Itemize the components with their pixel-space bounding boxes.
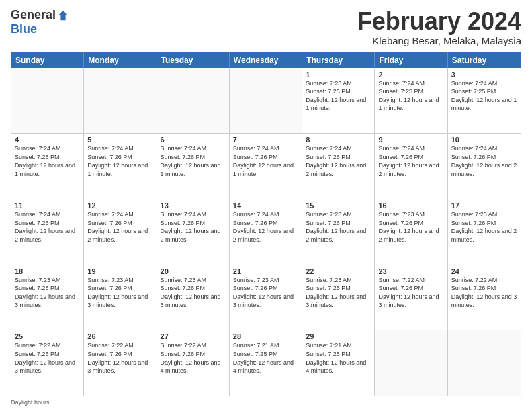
day-number: 25 xyxy=(15,332,80,340)
cal-cell: 27Sunrise: 7:22 AMSunset: 7:26 PMDayligh… xyxy=(157,330,230,396)
day-number: 20 xyxy=(161,267,226,275)
footer: Daylight hours xyxy=(11,399,521,406)
day-info: Sunrise: 7:21 AMSunset: 7:25 PMDaylight:… xyxy=(233,341,298,375)
cal-cell xyxy=(11,68,84,134)
cal-cell: 14Sunrise: 7:24 AMSunset: 7:26 PMDayligh… xyxy=(230,199,302,265)
day-info: Sunrise: 7:23 AMSunset: 7:26 PMDaylight:… xyxy=(87,276,152,310)
day-number: 2 xyxy=(378,71,443,79)
day-number: 23 xyxy=(378,267,443,275)
day-info: Sunrise: 7:21 AMSunset: 7:25 PMDaylight:… xyxy=(306,341,371,375)
calendar-row-3: 18Sunrise: 7:23 AMSunset: 7:26 PMDayligh… xyxy=(11,265,521,330)
cal-cell: 8Sunrise: 7:24 AMSunset: 7:26 PMDaylight… xyxy=(302,134,375,199)
day-number: 26 xyxy=(87,332,152,340)
day-number: 22 xyxy=(306,267,371,275)
calendar-row-1: 4Sunrise: 7:24 AMSunset: 7:25 PMDaylight… xyxy=(11,133,521,199)
header-day-monday: Monday xyxy=(84,52,157,68)
subtitle: Klebang Besar, Melaka, Malaysia xyxy=(357,35,521,46)
cal-cell: 23Sunrise: 7:22 AMSunset: 7:26 PMDayligh… xyxy=(375,265,447,330)
day-info: Sunrise: 7:24 AMSunset: 7:25 PMDaylight:… xyxy=(15,144,80,178)
cal-cell: 28Sunrise: 7:21 AMSunset: 7:25 PMDayligh… xyxy=(230,330,302,396)
cal-cell: 29Sunrise: 7:21 AMSunset: 7:25 PMDayligh… xyxy=(302,330,375,396)
day-number: 12 xyxy=(87,201,152,210)
cal-cell: 17Sunrise: 7:23 AMSunset: 7:26 PMDayligh… xyxy=(448,199,521,265)
svg-marker-0 xyxy=(58,10,68,19)
day-info: Sunrise: 7:24 AMSunset: 7:26 PMDaylight:… xyxy=(306,144,371,178)
day-number: 19 xyxy=(87,267,152,275)
cal-cell xyxy=(84,68,157,134)
cal-cell: 9Sunrise: 7:24 AMSunset: 7:26 PMDaylight… xyxy=(375,134,447,199)
cal-cell: 1Sunrise: 7:23 AMSunset: 7:25 PMDaylight… xyxy=(302,68,375,134)
day-number: 29 xyxy=(306,332,371,340)
calendar: SundayMondayTuesdayWednesdayThursdayFrid… xyxy=(11,52,521,396)
day-info: Sunrise: 7:24 AMSunset: 7:26 PMDaylight:… xyxy=(87,144,152,178)
day-info: Sunrise: 7:24 AMSunset: 7:26 PMDaylight:… xyxy=(233,210,298,244)
day-number: 10 xyxy=(451,136,517,144)
logo-blue-text: Blue xyxy=(11,22,37,36)
page: General Blue February 2024 Klebang Besar… xyxy=(0,0,532,411)
cal-cell xyxy=(375,330,447,396)
cal-cell xyxy=(448,330,521,396)
day-number: 21 xyxy=(233,267,298,275)
cal-cell: 24Sunrise: 7:22 AMSunset: 7:26 PMDayligh… xyxy=(448,265,521,330)
day-number: 15 xyxy=(306,201,371,210)
day-number: 4 xyxy=(15,136,80,144)
calendar-body: 1Sunrise: 7:23 AMSunset: 7:25 PMDaylight… xyxy=(11,68,521,396)
day-number: 18 xyxy=(15,267,80,275)
daylight-legend: Daylight hours xyxy=(11,399,50,406)
day-info: Sunrise: 7:24 AMSunset: 7:26 PMDaylight:… xyxy=(161,210,226,244)
cal-cell: 10Sunrise: 7:24 AMSunset: 7:26 PMDayligh… xyxy=(448,134,521,199)
calendar-row-2: 11Sunrise: 7:24 AMSunset: 7:26 PMDayligh… xyxy=(11,199,521,265)
day-number: 5 xyxy=(87,136,152,144)
day-info: Sunrise: 7:24 AMSunset: 7:25 PMDaylight:… xyxy=(378,79,443,113)
cal-cell: 18Sunrise: 7:23 AMSunset: 7:26 PMDayligh… xyxy=(11,265,84,330)
day-number: 7 xyxy=(233,136,298,144)
day-number: 11 xyxy=(15,201,80,210)
day-info: Sunrise: 7:24 AMSunset: 7:26 PMDaylight:… xyxy=(451,144,517,178)
day-info: Sunrise: 7:23 AMSunset: 7:26 PMDaylight:… xyxy=(378,210,443,244)
cal-cell: 19Sunrise: 7:23 AMSunset: 7:26 PMDayligh… xyxy=(84,265,157,330)
cal-cell: 2Sunrise: 7:24 AMSunset: 7:25 PMDaylight… xyxy=(375,68,447,134)
calendar-row-0: 1Sunrise: 7:23 AMSunset: 7:25 PMDaylight… xyxy=(11,68,521,134)
cal-cell: 16Sunrise: 7:23 AMSunset: 7:26 PMDayligh… xyxy=(375,199,447,265)
day-info: Sunrise: 7:23 AMSunset: 7:26 PMDaylight:… xyxy=(306,210,371,244)
header-day-tuesday: Tuesday xyxy=(157,52,230,68)
day-info: Sunrise: 7:23 AMSunset: 7:26 PMDaylight:… xyxy=(451,210,517,244)
header-day-sunday: Sunday xyxy=(11,52,84,68)
calendar-header: SundayMondayTuesdayWednesdayThursdayFrid… xyxy=(11,52,521,68)
day-info: Sunrise: 7:24 AMSunset: 7:26 PMDaylight:… xyxy=(15,210,80,244)
day-number: 27 xyxy=(161,332,226,340)
day-number: 9 xyxy=(378,136,443,144)
day-info: Sunrise: 7:22 AMSunset: 7:26 PMDaylight:… xyxy=(161,341,226,375)
cal-cell: 3Sunrise: 7:24 AMSunset: 7:25 PMDaylight… xyxy=(448,68,521,134)
cal-cell xyxy=(230,68,302,134)
day-number: 6 xyxy=(161,136,226,144)
cal-cell: 7Sunrise: 7:24 AMSunset: 7:26 PMDaylight… xyxy=(230,134,302,199)
title-block: February 2024 Klebang Besar, Melaka, Mal… xyxy=(357,8,521,46)
day-number: 16 xyxy=(378,201,443,210)
cal-cell: 11Sunrise: 7:24 AMSunset: 7:26 PMDayligh… xyxy=(11,199,84,265)
day-info: Sunrise: 7:24 AMSunset: 7:26 PMDaylight:… xyxy=(161,144,226,178)
day-info: Sunrise: 7:24 AMSunset: 7:25 PMDaylight:… xyxy=(451,79,517,113)
day-number: 3 xyxy=(451,71,517,79)
header-day-wednesday: Wednesday xyxy=(230,52,302,68)
cal-cell: 26Sunrise: 7:22 AMSunset: 7:26 PMDayligh… xyxy=(84,330,157,396)
day-number: 1 xyxy=(306,71,371,79)
cal-cell: 20Sunrise: 7:23 AMSunset: 7:26 PMDayligh… xyxy=(157,265,230,330)
day-info: Sunrise: 7:24 AMSunset: 7:26 PMDaylight:… xyxy=(87,210,152,244)
cal-cell: 12Sunrise: 7:24 AMSunset: 7:26 PMDayligh… xyxy=(84,199,157,265)
logo-icon xyxy=(57,9,69,21)
day-number: 13 xyxy=(161,201,226,210)
day-info: Sunrise: 7:24 AMSunset: 7:26 PMDaylight:… xyxy=(233,144,298,178)
day-info: Sunrise: 7:23 AMSunset: 7:25 PMDaylight:… xyxy=(306,79,371,113)
cal-cell: 15Sunrise: 7:23 AMSunset: 7:26 PMDayligh… xyxy=(302,199,375,265)
calendar-row-4: 25Sunrise: 7:22 AMSunset: 7:26 PMDayligh… xyxy=(11,330,521,396)
cal-cell: 22Sunrise: 7:23 AMSunset: 7:26 PMDayligh… xyxy=(302,265,375,330)
cal-cell: 4Sunrise: 7:24 AMSunset: 7:25 PMDaylight… xyxy=(11,134,84,199)
cal-cell: 25Sunrise: 7:22 AMSunset: 7:26 PMDayligh… xyxy=(11,330,84,396)
header-day-friday: Friday xyxy=(375,52,447,68)
month-title: February 2024 xyxy=(357,8,521,35)
cal-cell: 5Sunrise: 7:24 AMSunset: 7:26 PMDaylight… xyxy=(84,134,157,199)
cal-cell: 6Sunrise: 7:24 AMSunset: 7:26 PMDaylight… xyxy=(157,134,230,199)
day-info: Sunrise: 7:23 AMSunset: 7:26 PMDaylight:… xyxy=(161,276,226,310)
header-day-saturday: Saturday xyxy=(448,52,521,68)
